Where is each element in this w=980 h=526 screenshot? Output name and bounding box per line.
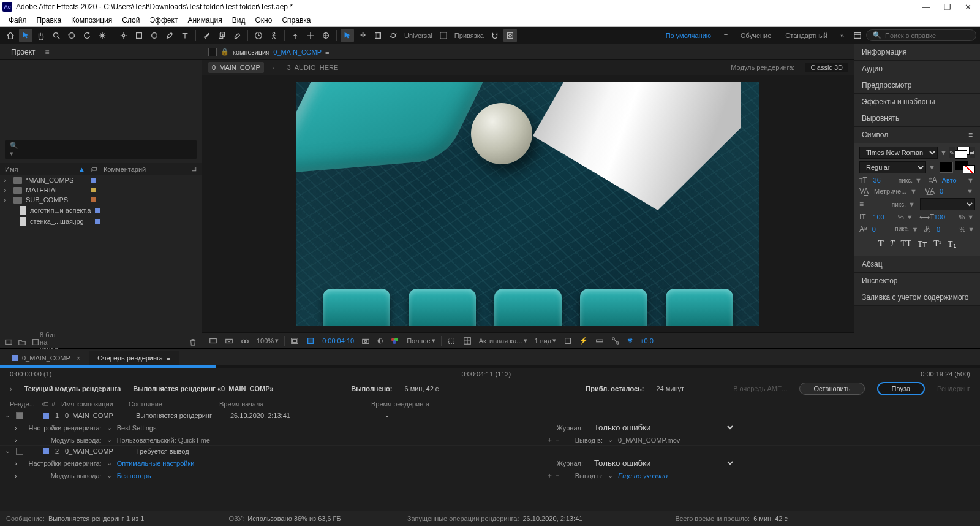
panel-preview[interactable]: Предпросмотр bbox=[854, 77, 980, 94]
snap-grid-icon[interactable] bbox=[503, 29, 517, 42]
settings-value[interactable]: Best Settings bbox=[117, 424, 157, 432]
snapshot-icon[interactable] bbox=[360, 337, 372, 345]
stroke-order-select[interactable] bbox=[920, 198, 975, 210]
snap-refresh-icon[interactable] bbox=[386, 29, 400, 42]
lock-icon[interactable]: 🔒 bbox=[221, 48, 229, 56]
label-swatch[interactable] bbox=[91, 178, 96, 183]
settings-dd-icon[interactable]: ⌄ bbox=[107, 424, 112, 432]
menu-layer[interactable]: Слой bbox=[117, 15, 145, 26]
col-rtime[interactable]: Время рендеринга bbox=[371, 400, 435, 408]
workspace-default[interactable]: По умолчанию bbox=[660, 30, 717, 41]
anchor-tool[interactable] bbox=[117, 29, 130, 42]
channel-icon[interactable] bbox=[389, 337, 401, 345]
remove-output-icon[interactable]: － bbox=[554, 435, 561, 444]
panel-content-aware[interactable]: Заливка с учетом содержимого bbox=[854, 289, 980, 306]
timeline-tab[interactable]: 0_MAIN_COMP × bbox=[4, 351, 89, 365]
mask-icon[interactable] bbox=[304, 337, 317, 345]
eyedropper-icon[interactable]: ✎ bbox=[949, 147, 955, 158]
twisty-icon[interactable]: › bbox=[15, 472, 17, 479]
fill-color-swatch[interactable] bbox=[940, 162, 953, 173]
project-panel-menu-icon[interactable]: ≡ bbox=[45, 48, 50, 56]
font-style-select[interactable]: Regular bbox=[859, 161, 926, 173]
output-value[interactable]: Пользовательский: QuickTime bbox=[117, 436, 210, 444]
maximize-button[interactable]: ❐ bbox=[944, 2, 951, 12]
font-family-select[interactable]: Times New Roman bbox=[859, 147, 938, 159]
render-checkbox[interactable] bbox=[16, 412, 23, 419]
stroke-dd-icon[interactable]: ▼ bbox=[908, 200, 915, 208]
roto-tool[interactable] bbox=[252, 29, 265, 42]
col-state[interactable]: Состояние bbox=[129, 400, 219, 408]
exposure-value[interactable]: +0,0 bbox=[638, 337, 655, 345]
panel-paragraph[interactable]: Абзац bbox=[854, 256, 980, 273]
col-tag[interactable]: 🏷 bbox=[42, 400, 51, 408]
tsume-dd-icon[interactable]: ▼ bbox=[968, 226, 975, 233]
character-panel-title[interactable]: Символ bbox=[862, 131, 888, 139]
menu-effect[interactable]: Эффект bbox=[145, 15, 183, 26]
workspace-overflow-icon[interactable]: » bbox=[835, 29, 849, 42]
allcaps-button[interactable]: TT bbox=[901, 239, 911, 250]
workspace-menu-icon[interactable]: ≡ bbox=[719, 29, 733, 42]
kerning-dd-icon[interactable]: ▼ bbox=[910, 188, 919, 195]
comp-tab-main[interactable]: 0_MAIN_COMP bbox=[208, 62, 264, 73]
outputto-value[interactable]: 0_MAIN_COMP.mov bbox=[618, 436, 680, 444]
swap-colors-icon[interactable]: ⇄ bbox=[970, 147, 975, 158]
alpha-icon[interactable] bbox=[207, 337, 219, 345]
bpc-toggle[interactable]: 8 бит на канал bbox=[44, 337, 54, 347]
output-dd-icon[interactable]: ⌄ bbox=[107, 471, 112, 479]
pause-button[interactable]: Пауза bbox=[877, 382, 925, 395]
twisty-icon[interactable]: › bbox=[4, 186, 10, 194]
workspace-reset-icon[interactable] bbox=[851, 29, 864, 42]
col-name[interactable]: Имя bbox=[5, 166, 78, 173]
delete-icon[interactable] bbox=[188, 337, 198, 347]
baseline-input[interactable]: 0 bbox=[872, 226, 893, 233]
size-dd-icon[interactable]: ▼ bbox=[915, 177, 923, 184]
comp-panel-menu-icon[interactable]: ≡ bbox=[325, 48, 329, 56]
snap-bounds-icon[interactable] bbox=[371, 29, 385, 42]
menu-file[interactable]: Файл bbox=[4, 15, 32, 26]
twisty-icon[interactable]: › bbox=[4, 177, 10, 184]
close-button[interactable]: ✕ bbox=[965, 2, 971, 12]
camera-tool[interactable] bbox=[96, 29, 109, 42]
character-panel-menu-icon[interactable]: ≡ bbox=[968, 131, 973, 139]
journal-select[interactable]: Только ошибки bbox=[588, 421, 735, 434]
label-swatch[interactable] bbox=[91, 188, 96, 192]
glasses-icon[interactable] bbox=[239, 337, 251, 345]
menu-view[interactable]: Вид bbox=[227, 15, 251, 26]
vscale-input[interactable]: 100 bbox=[873, 213, 895, 221]
workspace-learn[interactable]: Обучение bbox=[734, 30, 777, 41]
views-select[interactable]: 1 вид ▾ bbox=[533, 336, 559, 345]
stroke-color-swatch[interactable] bbox=[956, 161, 975, 173]
selection-tool[interactable] bbox=[19, 29, 32, 42]
comp-breadcrumb-name[interactable]: 0_MAIN_COMP bbox=[273, 48, 322, 56]
stop-button[interactable]: Остановить bbox=[799, 383, 864, 395]
pixel-aspect-icon[interactable] bbox=[562, 337, 574, 345]
panel-inspector[interactable]: Инспектор bbox=[854, 273, 980, 289]
brush-tool[interactable] bbox=[200, 29, 213, 42]
safe-zones-icon[interactable] bbox=[288, 337, 301, 345]
project-tab[interactable]: Проект bbox=[6, 45, 40, 59]
new-folder-icon[interactable] bbox=[17, 337, 27, 347]
label-swatch[interactable] bbox=[43, 413, 49, 419]
fast-preview-icon[interactable]: ⚡ bbox=[578, 337, 590, 345]
col-started[interactable]: Время начала bbox=[219, 400, 371, 408]
hscale-input[interactable]: 100 bbox=[934, 213, 957, 221]
orbit-tool[interactable] bbox=[65, 29, 78, 42]
hand-tool[interactable] bbox=[34, 29, 48, 42]
rotation-tool[interactable] bbox=[80, 29, 94, 42]
smallcaps-button[interactable]: Tᴛ bbox=[918, 239, 928, 250]
type-tool[interactable] bbox=[178, 29, 192, 42]
snap-plus-icon[interactable]: ✢ bbox=[356, 29, 369, 42]
output-value[interactable]: Без потерь bbox=[117, 472, 151, 479]
baseline-dd-icon[interactable]: ▼ bbox=[912, 226, 919, 233]
style-dropdown-icon[interactable]: ▼ bbox=[929, 164, 937, 171]
worldaxis-tool[interactable] bbox=[304, 29, 317, 42]
viewer-timecode[interactable]: 0:00:04:10 bbox=[320, 337, 356, 345]
help-search-input[interactable] bbox=[885, 32, 970, 39]
render-queue-tab[interactable]: Очередь рендеринга ≡ bbox=[89, 351, 179, 365]
panel-info[interactable]: Информация bbox=[854, 44, 980, 61]
outputto-value[interactable]: Еще не указано bbox=[618, 472, 668, 479]
timeline-toggle-icon[interactable] bbox=[594, 337, 606, 345]
label-swatch[interactable] bbox=[43, 448, 49, 454]
new-comp-icon[interactable] bbox=[31, 337, 40, 347]
transparency-grid-icon[interactable] bbox=[461, 337, 473, 345]
